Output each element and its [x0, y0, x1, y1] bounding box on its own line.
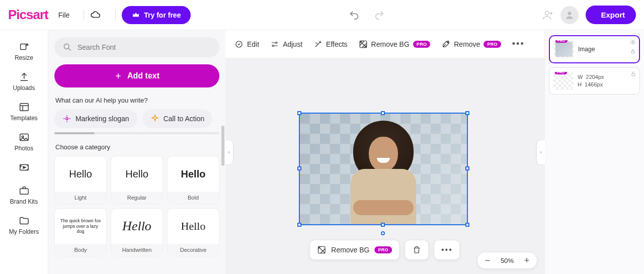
- lock-open-icon[interactable]: [630, 71, 636, 77]
- rail-videos[interactable]: [0, 158, 48, 179]
- cat-decorative[interactable]: Hello Decorative: [167, 208, 219, 256]
- layer-thumbnail: PRO: [553, 72, 574, 90]
- zoom-in-button[interactable]: +: [522, 255, 532, 265]
- canvas-stage[interactable]: Remove BG PRO ••• − 50% +: [225, 58, 544, 274]
- fb-label: Remove BG: [331, 246, 369, 254]
- person-illustration: [338, 119, 429, 224]
- try-for-free-button[interactable]: Try for free: [122, 6, 191, 24]
- rail-my-folders[interactable]: My Folders: [0, 211, 48, 239]
- category-heading: Choose a category: [55, 143, 219, 151]
- resize-handle-r[interactable]: [465, 166, 469, 170]
- tool-effects[interactable]: Effects: [313, 40, 348, 49]
- rail-label: Templates: [10, 115, 38, 122]
- export-button[interactable]: Export: [586, 6, 636, 24]
- cat-label: Regular: [111, 192, 163, 204]
- search-font[interactable]: [54, 37, 219, 57]
- try-free-label: Try for free: [144, 11, 181, 19]
- layer-image[interactable]: PRO Image: [549, 35, 640, 63]
- ai-pill-marketing[interactable]: Marketing slogan: [54, 109, 137, 128]
- cat-body[interactable]: The quick brown fox jumps over a lazy do…: [54, 208, 107, 256]
- file-menu[interactable]: File: [58, 11, 70, 19]
- cat-preview: Hello: [168, 156, 219, 192]
- resize-handle-b[interactable]: [381, 223, 385, 227]
- fb-delete[interactable]: [405, 240, 429, 260]
- photos-icon: [19, 132, 30, 143]
- undo-button[interactable]: [349, 10, 360, 21]
- lock-open-icon[interactable]: [630, 48, 636, 54]
- add-user-icon[interactable]: [542, 10, 553, 21]
- floating-action-bar: Remove BG PRO •••: [309, 240, 460, 260]
- panel-scrollbar[interactable]: [221, 126, 224, 166]
- tool-remove[interactable]: Remove PRO: [441, 40, 501, 49]
- svg-point-12: [273, 45, 274, 46]
- rail-label: Resize: [15, 54, 33, 61]
- svg-rect-7: [20, 189, 28, 194]
- history-actions: [191, 10, 542, 21]
- folder-icon: [19, 215, 30, 226]
- cat-label: Decorative: [168, 244, 219, 256]
- search-input[interactable]: [77, 43, 211, 51]
- resize-handle-tl[interactable]: [297, 111, 301, 115]
- tool-adjust[interactable]: Adjust: [270, 40, 302, 49]
- tool-label: Remove BG: [371, 40, 410, 48]
- toolbar-more[interactable]: •••: [512, 39, 525, 49]
- layers-panel: PRO Image PRO W 2204px H 1466px: [544, 30, 644, 274]
- svg-rect-17: [632, 74, 635, 76]
- ai-pill-cta[interactable]: Call to Action: [142, 109, 213, 128]
- redo-button[interactable]: [374, 10, 385, 21]
- resize-handle-br[interactable]: [465, 223, 469, 227]
- layer-thumbnail: PRO: [554, 40, 574, 58]
- svg-point-11: [276, 42, 277, 43]
- rotate-handle[interactable]: [381, 231, 385, 235]
- cat-label: Handwritten: [111, 244, 163, 256]
- resize-handle-t[interactable]: [381, 111, 385, 115]
- svg-point-9: [66, 118, 68, 120]
- zoom-value[interactable]: 50%: [501, 257, 514, 264]
- topbar: Picsart File Try for free Export: [0, 0, 644, 30]
- image-content: [300, 114, 467, 224]
- resize-handle-bl[interactable]: [297, 223, 301, 227]
- svg-point-0: [545, 11, 549, 15]
- ai-pill-scrollbar[interactable]: [54, 132, 219, 134]
- logo[interactable]: Picsart: [8, 7, 48, 23]
- selected-image[interactable]: [299, 113, 468, 225]
- resize-handle-tr[interactable]: [465, 111, 469, 115]
- cat-preview: Hello: [55, 156, 106, 192]
- zoom-out-button[interactable]: −: [482, 255, 493, 265]
- tool-label: Effects: [326, 40, 348, 48]
- eye-icon[interactable]: [630, 39, 636, 45]
- plus-icon: [114, 72, 122, 80]
- rail-label: My Folders: [9, 228, 39, 235]
- cat-bold[interactable]: Hello Bold: [167, 156, 219, 204]
- cat-light[interactable]: Hello Light: [54, 156, 107, 204]
- upload-icon: [19, 71, 30, 82]
- add-text-button[interactable]: Add text: [54, 64, 219, 87]
- rail-templates[interactable]: Templates: [0, 98, 48, 126]
- sparkle-icon: [62, 114, 71, 123]
- divider: [115, 10, 116, 20]
- cat-preview: Hello: [111, 209, 163, 244]
- pro-badge: PRO: [554, 72, 567, 74]
- video-icon: [19, 162, 30, 173]
- pill-label: Marketing slogan: [75, 115, 129, 123]
- cat-regular[interactable]: Hello Regular: [111, 156, 163, 204]
- layer-dimensions: W 2204px H 1466px: [578, 73, 604, 89]
- layer-background[interactable]: PRO W 2204px H 1466px: [549, 67, 640, 95]
- cloud-sync-icon[interactable]: [90, 10, 101, 21]
- ai-heading: What can our AI help you write?: [55, 97, 219, 104]
- rail-label: Photos: [15, 145, 33, 152]
- fb-remove-bg[interactable]: Remove BG PRO: [309, 240, 399, 260]
- avatar[interactable]: [560, 6, 579, 24]
- tool-edit[interactable]: Edit: [234, 40, 259, 49]
- rail-resize[interactable]: Resize: [0, 37, 48, 65]
- tool-remove-bg[interactable]: Remove BG PRO: [359, 40, 431, 49]
- cat-handwritten[interactable]: Hello Handwritten: [111, 208, 163, 256]
- resize-handle-l[interactable]: [297, 166, 301, 170]
- rail-brand-kits[interactable]: Brand Kits: [0, 181, 48, 209]
- rail-photos[interactable]: Photos: [0, 128, 48, 156]
- fb-more[interactable]: •••: [434, 240, 460, 260]
- rail-uploads[interactable]: Uploads: [0, 67, 48, 96]
- pro-badge: PRO: [375, 246, 392, 253]
- layer-name: Image: [578, 46, 595, 53]
- pro-badge: PRO: [413, 41, 430, 48]
